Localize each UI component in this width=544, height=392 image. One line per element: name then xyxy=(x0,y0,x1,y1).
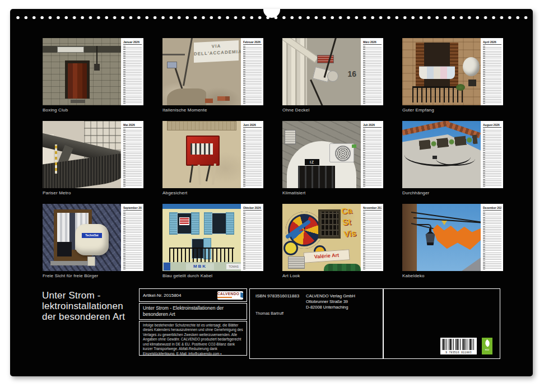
door-sign: IZ xyxy=(305,159,319,165)
month-label: März 2026 xyxy=(363,40,382,45)
storefront-detail xyxy=(164,263,170,270)
broken-pane xyxy=(57,242,72,256)
calendar-page-thumbnail: April 2026 xyxy=(402,38,503,105)
month-caption: Boxing Club xyxy=(43,108,143,113)
ac-unit xyxy=(288,256,305,269)
calendar-page-thumbnail: Dezember 2026 xyxy=(402,204,503,271)
calendar-title: Unter Strom - lektroinstallationen der b… xyxy=(42,290,125,322)
publisher-line: Ottobrunner Straße 39 xyxy=(306,299,355,305)
date-column: Mai 2026 xyxy=(121,121,143,188)
eco-label: eco xyxy=(482,338,492,354)
wall-sign xyxy=(57,46,84,53)
sagging-cable xyxy=(436,152,475,166)
leaf-icon xyxy=(483,339,491,347)
calendar-page-thumbnail: Januar 2026 xyxy=(43,38,143,105)
month-photo: 16 xyxy=(282,38,361,105)
satellite-dish xyxy=(463,57,480,76)
plaster-patch xyxy=(167,88,206,105)
date-column: Oktober 2026 xyxy=(241,204,263,271)
shop-sign: Valérie Art xyxy=(303,249,350,263)
window-sign xyxy=(179,217,189,225)
date-lines xyxy=(363,212,382,269)
month-photo: IZ xyxy=(282,121,361,188)
calvendo-logo: CALVENDO xyxy=(217,291,243,300)
barcode-number: 9 783516 011883 xyxy=(440,351,477,354)
date-lines xyxy=(243,46,262,104)
door-step xyxy=(71,100,85,103)
month-cell-mai: Mai 2026 Pariser Metro xyxy=(43,121,143,195)
month-label: Juni 2026 xyxy=(243,123,262,128)
month-caption: Klimatisiert xyxy=(282,190,383,195)
green-awning xyxy=(324,264,361,271)
month-photo: Ca St Vis Valérie Art xyxy=(282,204,361,271)
date-lines xyxy=(243,212,262,269)
month-cell-november: Ca St Vis Valérie Art November 2026 Art … xyxy=(282,204,383,278)
article-number: Artikel-Nr. 2015804 xyxy=(143,293,181,298)
legal-text: Infolge bestehender Schutzrechte ist es … xyxy=(139,321,247,356)
blue-shutter xyxy=(226,212,234,235)
sky-strip xyxy=(162,204,241,209)
month-photo xyxy=(402,204,481,271)
box-divider xyxy=(383,289,384,358)
date-column: September 2026 xyxy=(121,204,143,271)
product-title: Unter Strom - Elektroinstallationen der … xyxy=(139,303,247,320)
month-caption: Ohne Deckel xyxy=(282,108,383,113)
product-info-box: Artikel-Nr. 2015804 CALVENDO Unter Strom… xyxy=(139,288,247,357)
glass-door xyxy=(298,166,335,188)
month-photo: MBK TOMAS xyxy=(162,204,241,271)
month-label: Dezember 2026 xyxy=(483,206,501,211)
month-thumbnails-grid: Januar 2026 Boxing Club VIA DELL'A xyxy=(43,38,503,278)
month-caption: Guter Empfang xyxy=(402,108,503,113)
shutter-right xyxy=(450,43,458,87)
date-column: Juli 2026 xyxy=(361,121,383,188)
date-lines xyxy=(123,46,142,104)
publisher-line: CALVENDO Verlag GmbH xyxy=(306,293,355,299)
red-door xyxy=(68,63,87,99)
date-column: Februar 2026 xyxy=(241,38,263,105)
building-corner xyxy=(462,258,481,271)
cable xyxy=(310,80,324,105)
cable xyxy=(96,46,97,65)
calendar-page-thumbnail: IZ Juli 2026 xyxy=(282,121,383,188)
title-line: der besonderen Art xyxy=(42,311,125,322)
month-cell-september: TechniSat September 2026 Freie Sicht für… xyxy=(43,204,143,278)
calendar-page-thumbnail: TechniSat September 2026 xyxy=(43,204,143,271)
month-cell-februar: VIA DELL'ACCADEMIA Februar 2026 Italieni… xyxy=(162,38,263,113)
calvendo-book-icon xyxy=(240,292,243,298)
date-column: März 2026 xyxy=(361,38,383,105)
title-line: lektroinstallationen xyxy=(42,301,125,311)
wall-panel xyxy=(468,80,476,86)
hanging-laundry xyxy=(419,66,455,79)
date-column: August 2026 xyxy=(481,121,503,188)
publisher-line: D-82008 Unterhaching xyxy=(306,305,355,310)
blue-shutter xyxy=(204,212,212,235)
date-column: Januar 2026 xyxy=(121,38,143,105)
calendar-page-thumbnail: MBK TOMAS Oktober 2026 xyxy=(162,204,263,271)
month-photo: TechniSat xyxy=(43,204,121,271)
meter-box xyxy=(167,62,177,68)
shop-sign-small: TOMAS xyxy=(226,264,241,269)
month-photo xyxy=(162,121,241,188)
cable xyxy=(183,38,193,86)
street-sign: VIA DELL'ACCADEMIA xyxy=(194,40,239,63)
date-lines xyxy=(123,212,142,269)
plant xyxy=(456,84,465,91)
month-cell-dezember: Dezember 2026 Kabeldeko xyxy=(402,204,503,278)
month-caption: Art Look xyxy=(282,273,383,278)
date-lines xyxy=(123,129,142,186)
orange-fabric xyxy=(433,224,481,251)
month-label: November 2026 xyxy=(363,206,382,211)
month-cell-oktober: MBK TOMAS Oktober 2026 Blau geteilt durc… xyxy=(162,204,263,278)
month-photo xyxy=(402,38,481,105)
barred-window xyxy=(318,209,341,239)
date-column: Dezember 2026 xyxy=(481,204,503,271)
month-label: Mai 2026 xyxy=(123,123,142,128)
wood-plank xyxy=(167,121,236,130)
striped-pole xyxy=(55,144,57,174)
shutter-left xyxy=(416,43,424,87)
shop-sign: MBK xyxy=(186,263,214,270)
author-name: Thomas Bartruff xyxy=(255,311,283,315)
barcode-bars xyxy=(442,339,475,350)
isbn-number: ISBN 9783516011883 xyxy=(255,293,299,298)
calendar-page-thumbnail: August 2026 xyxy=(402,121,503,188)
